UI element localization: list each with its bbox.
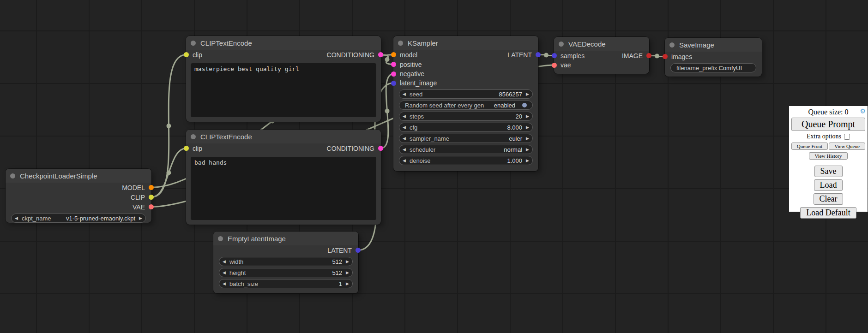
save-button[interactable]: Save <box>814 166 843 177</box>
node-title-bar[interactable]: KSampler <box>393 36 538 50</box>
conditioning-output-port[interactable] <box>378 52 383 57</box>
collapse-dot-icon[interactable] <box>398 41 403 46</box>
decrement-arrow-icon[interactable]: ◀ <box>403 137 406 141</box>
node-title: CLIPTextEncode <box>200 133 252 141</box>
decrement-arrow-icon[interactable]: ◀ <box>403 159 406 163</box>
extra-options-checkbox[interactable] <box>844 134 850 140</box>
increment-arrow-icon[interactable]: ▶ <box>526 114 529 119</box>
node-title-bar[interactable]: SaveImage <box>665 38 762 52</box>
scheduler-widget[interactable]: ◀ scheduler normal ▶ <box>399 145 533 154</box>
input-slot-negative: negative <box>393 69 538 78</box>
graph-canvas[interactable]: { "canvas": { "background": "#232323", "… <box>0 0 868 333</box>
node-title-bar[interactable]: EmptyLatentImage <box>213 232 358 245</box>
node-save-image[interactable]: SaveImage images filename_prefix ComfyUI <box>665 38 762 77</box>
clear-button[interactable]: Clear <box>814 193 844 205</box>
node-title-bar[interactable]: CLIPTextEncode <box>186 130 381 143</box>
comfy-menu-panel[interactable]: Queue size: 0 ⚙ Queue Prompt Extra optio… <box>789 106 868 212</box>
collapse-dot-icon[interactable] <box>191 134 196 139</box>
node-empty-latent-image[interactable]: EmptyLatentImage LATENT ◀ width 512 ▶ ◀ … <box>213 232 358 293</box>
vae-input-port[interactable] <box>552 63 557 68</box>
queue-buttons-row: Queue Front View Queue <box>791 143 865 150</box>
queue-prompt-button[interactable]: Queue Prompt <box>791 118 865 131</box>
collapse-dot-icon[interactable] <box>669 42 675 48</box>
model-output-port[interactable] <box>149 185 154 190</box>
increment-arrow-icon[interactable]: ▶ <box>526 125 529 130</box>
widget-label: sampler_name <box>410 135 449 142</box>
latent-output-port[interactable] <box>356 248 361 253</box>
increment-arrow-icon[interactable]: ▶ <box>346 271 349 275</box>
node-title: EmptyLatentImage <box>228 235 286 243</box>
decrement-arrow-icon[interactable]: ◀ <box>223 260 226 264</box>
increment-arrow-icon[interactable]: ▶ <box>526 159 529 163</box>
load-button[interactable]: Load <box>814 179 843 191</box>
node-ksampler[interactable]: KSampler model LATENT positive negative … <box>393 36 538 171</box>
batch-size-widget[interactable]: ◀ batch_size 1 ▶ <box>219 279 353 288</box>
clip-input-port[interactable] <box>184 52 189 57</box>
increment-arrow-icon[interactable]: ▶ <box>526 92 529 96</box>
decrement-arrow-icon[interactable]: ◀ <box>223 271 226 275</box>
cfg-widget[interactable]: ◀ cfg 8.000 ▶ <box>399 123 533 132</box>
node-vae-decode[interactable]: VAEDecode samples IMAGE vae <box>554 37 649 74</box>
decrement-arrow-icon[interactable]: ◀ <box>15 216 18 220</box>
widget-value: 1.000 <box>507 157 523 164</box>
increment-arrow-icon[interactable]: ▶ <box>526 137 529 141</box>
menu-header: Queue size: 0 ⚙ <box>791 107 865 118</box>
view-history-row: View History <box>791 151 865 160</box>
widget-label: ckpt_name <box>22 215 51 222</box>
clip-input-port[interactable] <box>184 146 189 151</box>
collapse-dot-icon[interactable] <box>559 42 564 47</box>
queue-front-button[interactable]: Queue Front <box>791 143 828 150</box>
decrement-arrow-icon[interactable]: ◀ <box>403 92 406 96</box>
increment-arrow-icon[interactable]: ▶ <box>346 282 349 286</box>
sampler-name-widget[interactable]: ◀ sampler_name euler ▶ <box>399 134 533 143</box>
ckpt-name-widget[interactable]: ◀ ckpt_name v1-5-pruned-emaonly.ckpt ▶ <box>11 214 146 223</box>
view-queue-button[interactable]: View Queue <box>829 143 865 150</box>
vae-output-port[interactable] <box>149 204 154 209</box>
node-title-bar[interactable]: CheckpointLoaderSimple <box>6 169 151 183</box>
node-checkpoint-loader[interactable]: CheckpointLoaderSimple MODEL CLIP VAE ◀ … <box>6 169 151 223</box>
slot-label: vae <box>561 61 571 69</box>
steps-widget[interactable]: ◀ steps 20 ▶ <box>399 112 533 121</box>
prompt-textarea[interactable]: bad hands <box>191 157 376 220</box>
slot-label: clip <box>193 51 202 59</box>
negative-input-port[interactable] <box>391 71 396 77</box>
decrement-arrow-icon[interactable]: ◀ <box>403 148 406 152</box>
latent-image-input-port[interactable] <box>391 81 396 86</box>
node-clip-text-encode-positive[interactable]: CLIPTextEncode clip CONDITIONING masterp… <box>186 36 381 122</box>
conditioning-output-port[interactable] <box>378 146 383 151</box>
input-slot-latent-image: latent_image <box>393 78 538 88</box>
widget-label: filename_prefix <box>676 65 717 71</box>
node-title-bar[interactable]: CLIPTextEncode <box>186 36 381 50</box>
prompt-textarea[interactable]: masterpiece best quality girl <box>191 63 376 117</box>
decrement-arrow-icon[interactable]: ◀ <box>403 114 406 119</box>
image-output-port[interactable] <box>646 53 651 58</box>
widget-value: normal <box>504 146 522 153</box>
random-seed-toggle-widget[interactable]: Random seed after every gen enabled <box>399 101 533 110</box>
settings-gear-icon[interactable]: ⚙ <box>860 107 866 115</box>
collapse-dot-icon[interactable] <box>10 173 15 178</box>
decrement-arrow-icon[interactable]: ◀ <box>223 282 226 286</box>
increment-arrow-icon[interactable]: ▶ <box>526 148 529 152</box>
toggle-dot-icon[interactable] <box>522 103 527 107</box>
output-slot-clip: CLIP <box>6 192 151 202</box>
view-history-button[interactable]: View History <box>809 152 848 160</box>
decrement-arrow-icon[interactable]: ◀ <box>403 125 406 130</box>
seed-widget[interactable]: ◀ seed 8566257 ▶ <box>399 89 533 99</box>
latent-output-port[interactable] <box>536 52 541 57</box>
increment-arrow-icon[interactable]: ▶ <box>139 216 142 220</box>
denoise-widget[interactable]: ◀ denoise 1.000 ▶ <box>399 156 533 165</box>
clip-output-port[interactable] <box>149 195 154 200</box>
width-widget[interactable]: ◀ width 512 ▶ <box>219 257 353 266</box>
filename-prefix-widget[interactable]: filename_prefix ComfyUI <box>670 63 756 72</box>
samples-input-port[interactable] <box>552 53 557 58</box>
images-input-port[interactable] <box>663 54 668 59</box>
collapse-dot-icon[interactable] <box>218 236 223 241</box>
node-clip-text-encode-negative[interactable]: CLIPTextEncode clip CONDITIONING bad han… <box>186 130 381 225</box>
collapse-dot-icon[interactable] <box>191 41 196 46</box>
node-title-bar[interactable]: VAEDecode <box>554 37 649 51</box>
load-default-button[interactable]: Load Default <box>800 207 856 219</box>
positive-input-port[interactable] <box>391 62 396 67</box>
increment-arrow-icon[interactable]: ▶ <box>346 260 349 264</box>
model-input-port[interactable] <box>391 52 396 57</box>
height-widget[interactable]: ◀ height 512 ▶ <box>219 268 353 277</box>
